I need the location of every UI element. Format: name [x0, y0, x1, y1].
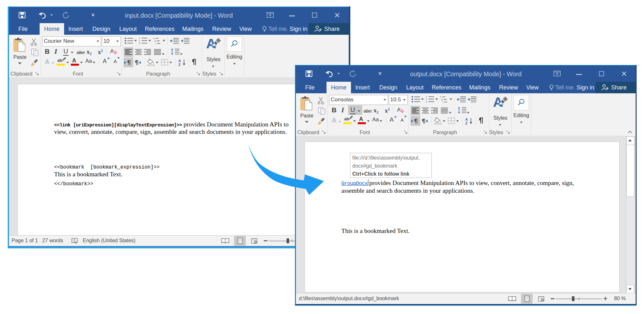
svg-text:A: A	[178, 59, 181, 63]
svg-text:Z: Z	[178, 63, 181, 66]
svg-text:i: i	[442, 101, 443, 103]
svg-text:3: 3	[139, 42, 140, 44]
svg-text:Z: Z	[465, 121, 468, 125]
svg-text:i: i	[156, 42, 156, 45]
svg-text:A: A	[465, 117, 468, 121]
svg-text:3: 3	[426, 100, 427, 103]
